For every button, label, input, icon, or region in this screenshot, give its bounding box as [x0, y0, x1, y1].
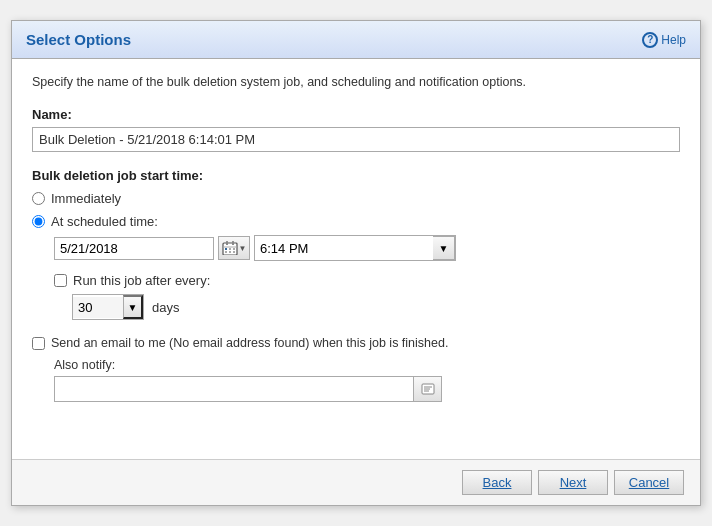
immediately-label: Immediately: [51, 191, 121, 206]
svg-rect-5: [229, 248, 231, 250]
time-input-group: ▼: [254, 235, 456, 261]
dialog-footer: Back Next Cancel: [12, 459, 700, 505]
email-checkbox-row: Send an email to me (No email address fo…: [32, 336, 680, 350]
recurrence-label: Run this job after every:: [73, 273, 210, 288]
scheduled-option: At scheduled time:: [32, 214, 680, 229]
start-time-label: Bulk deletion job start time:: [32, 168, 680, 183]
time-input[interactable]: [255, 236, 433, 260]
immediately-option: Immediately: [32, 191, 680, 206]
email-checkbox[interactable]: [32, 337, 45, 350]
email-label: Send an email to me (No email address fo…: [51, 336, 448, 350]
dialog-body: Specify the name of the bulk deletion sy…: [12, 59, 700, 459]
days-row: ▼ days: [72, 294, 680, 320]
also-notify-label: Also notify:: [54, 358, 680, 372]
help-link[interactable]: ? Help: [642, 32, 686, 48]
notify-input-row: [54, 376, 680, 402]
help-icon: ?: [642, 32, 658, 48]
scheduled-radio[interactable]: [32, 215, 45, 228]
svg-rect-9: [233, 251, 235, 253]
svg-rect-7: [225, 251, 227, 253]
instruction-text: Specify the name of the bulk deletion sy…: [32, 75, 680, 89]
svg-rect-8: [229, 251, 231, 253]
scheduled-date-row: ▼ ▼: [54, 235, 680, 261]
date-input[interactable]: [54, 237, 214, 260]
scheduled-label: At scheduled time:: [51, 214, 158, 229]
back-button[interactable]: Back: [462, 470, 532, 495]
lookup-button[interactable]: [414, 376, 442, 402]
days-input[interactable]: [73, 297, 123, 318]
calendar-button[interactable]: ▼: [218, 236, 250, 260]
name-input[interactable]: [32, 127, 680, 152]
immediately-radio[interactable]: [32, 192, 45, 205]
recurrence-checkbox-row: Run this job after every:: [54, 273, 680, 288]
svg-rect-4: [225, 248, 227, 250]
dialog-header: Select Options ? Help: [12, 21, 700, 59]
next-button[interactable]: Next: [538, 470, 608, 495]
cancel-button[interactable]: Cancel: [614, 470, 684, 495]
dialog-title: Select Options: [26, 31, 131, 48]
help-label: Help: [661, 33, 686, 47]
calendar-dropdown-icon: ▼: [239, 244, 247, 253]
svg-rect-1: [226, 241, 228, 245]
svg-rect-2: [232, 241, 234, 245]
days-dropdown-button[interactable]: ▼: [123, 295, 143, 319]
select-options-dialog: Select Options ? Help Specify the name o…: [11, 20, 701, 506]
notify-input[interactable]: [54, 376, 414, 402]
name-section: Name:: [32, 107, 680, 152]
svg-rect-6: [233, 248, 235, 250]
name-label: Name:: [32, 107, 680, 122]
days-input-group: ▼: [72, 294, 144, 320]
days-label: days: [152, 300, 179, 315]
time-dropdown-button[interactable]: ▼: [433, 236, 455, 260]
recurrence-checkbox[interactable]: [54, 274, 67, 287]
